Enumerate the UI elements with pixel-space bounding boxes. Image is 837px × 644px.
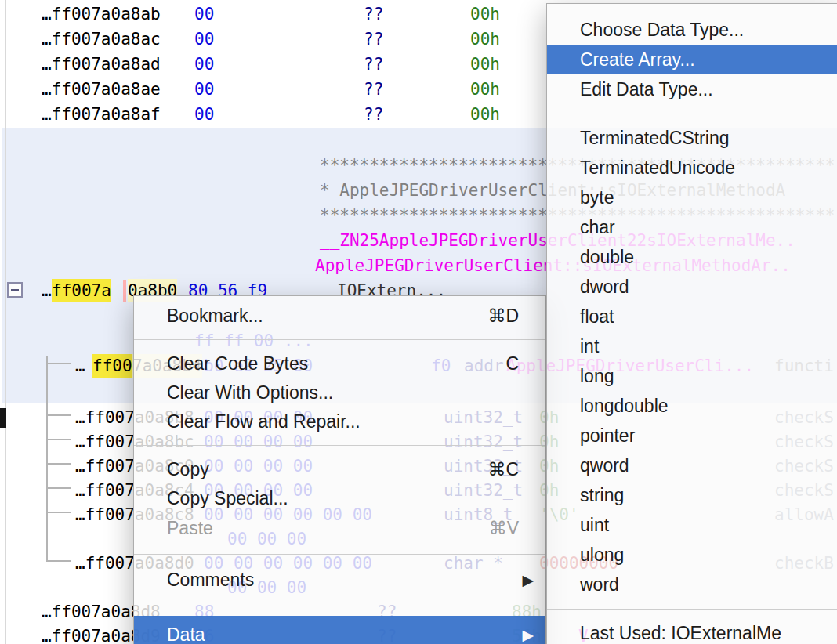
menu-item-shortcut: ⌘C <box>487 458 519 479</box>
menu-item-label: Create Array... <box>580 49 695 71</box>
context-menu-separator <box>134 436 545 454</box>
listing-cell-addr: …ff007a0a8ab <box>42 2 161 26</box>
menu-item-label: TerminatedCString <box>580 128 729 149</box>
menu-item-shortcut: ⌘D <box>487 305 519 326</box>
separator-line <box>134 554 545 555</box>
context-menu-item-clear-with-options[interactable]: Clear With Options... <box>134 378 545 407</box>
menu-item-label: Clear Code Bytes <box>167 353 308 374</box>
data-submenu-item-create-array[interactable]: Create Array... <box>547 45 837 74</box>
scroll-marker <box>0 408 6 428</box>
data-submenu-item-byte[interactable]: byte <box>547 183 837 212</box>
data-submenu-item-string[interactable]: string <box>547 480 837 510</box>
menu-item-shortcut: ⌘V <box>489 518 519 539</box>
listing-cell-addr: …ff007a0a8af <box>42 103 161 126</box>
listing-cell-addr: …ff007a0a8ac <box>42 27 161 51</box>
separator-line <box>134 339 545 340</box>
listing-cell-val: 00h <box>470 103 500 126</box>
context-menu-separator <box>134 330 545 349</box>
menu-item-label: longdouble <box>580 396 669 417</box>
listing-cell-val: 00h <box>470 27 500 51</box>
menu-item-label: Copy Special... <box>167 487 288 508</box>
menu-item-label: Choose Data Type... <box>580 20 744 41</box>
menu-item-label: int <box>580 336 599 357</box>
data-submenu-separator <box>547 599 837 618</box>
menu-item-label: TerminatedUnicode <box>580 157 735 179</box>
menu-item-label: Last Used: IOExternalMe <box>580 623 781 644</box>
context-menu-separator <box>134 595 545 616</box>
menu-item-label: word <box>580 574 619 595</box>
menu-item-label: Data <box>167 624 205 644</box>
data-submenu-item-int[interactable]: int <box>547 331 837 361</box>
data-submenu-item-pointer[interactable]: pointer <box>547 421 837 450</box>
data-submenu-item-ulong[interactable]: ulong <box>547 540 837 570</box>
data-submenu-item-choose-data-type[interactable]: Choose Data Type... <box>547 15 837 45</box>
menu-item-label: uint <box>580 515 609 536</box>
data-submenu-item-last-used-ioexternalme[interactable]: Last Used: IOExternalMe <box>547 618 837 644</box>
context-menu: Bookmark...⌘DClear Code BytesCClear With… <box>133 295 546 644</box>
listing-cell-mnem: ?? <box>364 52 383 76</box>
data-submenu-item-terminatedunicode[interactable]: TerminatedUnicode <box>547 153 837 183</box>
data-submenu-item-terminatedcstring[interactable]: TerminatedCString <box>547 123 837 153</box>
separator-line <box>134 445 545 446</box>
listing-cell-mnem: ?? <box>364 103 383 126</box>
menu-item-label: pointer <box>580 425 635 447</box>
menu-item-label: Comments <box>167 570 254 591</box>
listing-cell-addr: ff007a <box>52 279 111 302</box>
menu-item-label: Clear With Options... <box>167 382 333 403</box>
listing-cell-byte: 00 <box>194 2 214 26</box>
menu-item-label: ulong <box>580 545 624 566</box>
listing-cell-mnem: ?? <box>364 78 383 101</box>
listing-cell-val: 00h <box>470 52 500 76</box>
data-submenu-item-word[interactable]: word <box>547 570 837 599</box>
menu-item-label: long <box>580 366 614 387</box>
context-menu-item-paste[interactable]: Paste⌘V <box>134 512 545 544</box>
data-submenu-item-edit-data-type[interactable]: Edit Data Type... <box>547 74 837 104</box>
menu-item-label: float <box>580 306 614 327</box>
separator-line <box>134 606 545 606</box>
listing-cell-byte: 00 <box>194 27 214 51</box>
text-cursor <box>123 280 126 302</box>
menu-item-shortcut: C <box>505 353 519 374</box>
ghidra-listing-screen: …ff007a0a8ab00??00h…ff007a0a8ac00??00h…f… <box>0 0 837 644</box>
listing-cell-mnem: ?? <box>364 27 383 51</box>
data-type-submenu: Choose Data Type...Create Array...Edit D… <box>546 3 837 644</box>
data-submenu-separator <box>547 104 837 123</box>
listing-cell-val: 00h <box>470 78 500 101</box>
listing-cell-val: 00h <box>470 2 500 26</box>
menu-item-label: char <box>580 217 615 238</box>
listing-cell-byte: 00 <box>194 103 214 126</box>
data-submenu-item-dword[interactable]: dword <box>547 272 837 302</box>
collapse-toggle-icon[interactable] <box>7 282 23 298</box>
menu-item-label: Edit Data Type... <box>580 79 713 100</box>
menu-item-label: string <box>580 485 624 506</box>
context-menu-item-bookmark[interactable]: Bookmark...⌘D <box>134 301 545 330</box>
context-menu-separator <box>134 544 545 564</box>
listing-cell-addr: … <box>75 354 85 378</box>
data-submenu-item-float[interactable]: float <box>547 302 837 331</box>
data-submenu-item-char[interactable]: char <box>547 212 837 242</box>
context-menu-item-clear-flow-and-repair[interactable]: Clear Flow and Repair... <box>134 407 545 436</box>
listing-cell-addr: ff00 <box>92 354 132 378</box>
data-submenu-item-qword[interactable]: qword <box>547 450 837 480</box>
data-submenu-item-long[interactable]: long <box>547 361 837 391</box>
data-submenu-item-longdouble[interactable]: longdouble <box>547 391 837 421</box>
listing-cell-byte: 00 <box>194 78 214 101</box>
data-submenu-item-double[interactable]: double <box>547 242 837 272</box>
context-menu-item-comments[interactable]: Comments▶ <box>134 564 545 595</box>
menu-item-label: dword <box>580 277 629 298</box>
data-submenu-item-uint[interactable]: uint <box>547 510 837 540</box>
context-menu-item-copy-special[interactable]: Copy Special... <box>134 483 545 512</box>
separator-line <box>547 114 837 114</box>
menu-item-label: double <box>580 247 634 268</box>
listing-cell-byte: 00 <box>194 52 214 76</box>
menu-item-label: Paste <box>167 518 213 539</box>
minus-glyph <box>11 289 19 291</box>
listing-cell-addr: …ff007a0a8ad <box>42 52 161 76</box>
listing-cell-mnem: ?? <box>364 2 383 26</box>
context-menu-item-copy[interactable]: Copy⌘C <box>134 454 545 483</box>
context-menu-item-clear-code-bytes[interactable]: Clear Code BytesC <box>134 349 545 378</box>
menu-item-label: Clear Flow and Repair... <box>167 411 361 432</box>
menu-item-label: Bookmark... <box>167 305 263 326</box>
context-menu-item-data[interactable]: Data▶ <box>134 616 545 644</box>
listing-cell-addr: … <box>42 279 52 302</box>
